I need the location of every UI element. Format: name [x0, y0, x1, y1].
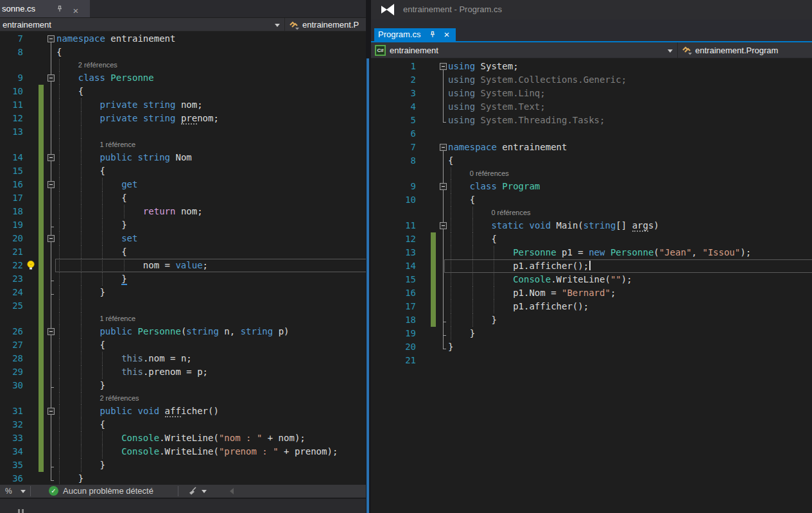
- code-line[interactable]: 8{: [0, 46, 366, 59]
- code-line[interactable]: 16 p1.Nom = "Bernard";: [371, 286, 812, 300]
- code-line[interactable]: 10 {: [371, 193, 812, 207]
- code-line[interactable]: 1using System;: [371, 60, 812, 73]
- code-line[interactable]: 9 class Program: [371, 180, 812, 193]
- codelens-row[interactable]: 2 références: [0, 59, 366, 71]
- code-text: }: [56, 458, 105, 472]
- fold-toggle-icon[interactable]: [48, 35, 55, 42]
- code-line[interactable]: 20 set: [0, 232, 366, 245]
- code-line[interactable]: 24 }: [0, 286, 366, 299]
- code-line[interactable]: 22 nom = value;: [0, 259, 366, 272]
- code-line[interactable]: 15 Console.WriteLine("");: [371, 273, 812, 286]
- code-line[interactable]: 5using System.Threading.Tasks;: [371, 114, 812, 127]
- code-line[interactable]: 13: [0, 125, 366, 139]
- code-line[interactable]: 11 static void Main(string[] args): [371, 219, 812, 232]
- codelens-row[interactable]: 2 références: [0, 392, 366, 404]
- code-editor-personne[interactable]: 7namespace entrainement8{2 références9 c…: [0, 31, 366, 485]
- code-line[interactable]: 6: [371, 127, 812, 141]
- codelens-references-link[interactable]: 2 références: [78, 59, 117, 71]
- code-line[interactable]: 29 this.prenom = p;: [0, 365, 366, 379]
- code-line[interactable]: 9 class Personne: [0, 71, 366, 85]
- code-line[interactable]: 20}: [371, 340, 812, 354]
- code-line[interactable]: 28 this.nom = n;: [0, 352, 366, 365]
- code-text: {: [56, 245, 127, 259]
- fold-toggle-icon[interactable]: [48, 235, 55, 242]
- code-line[interactable]: 17 p1.afficher();: [371, 300, 812, 313]
- codelens-references-link[interactable]: 0 références: [491, 207, 530, 219]
- code-line[interactable]: 31 public void afficher(): [0, 404, 366, 418]
- code-line[interactable]: 14 public string Nom: [0, 151, 366, 164]
- code-line[interactable]: 19 }: [0, 218, 366, 232]
- change-bar: [39, 392, 44, 404]
- code-cleanup-broom-icon[interactable]: [187, 487, 198, 496]
- csharp-project-icon: C#: [375, 45, 386, 56]
- project-dropdown-label: entrainement: [390, 44, 438, 57]
- code-editor-program[interactable]: 1using System;2using System.Collections.…: [371, 58, 812, 513]
- pin-icon[interactable]: [428, 30, 437, 39]
- code-line[interactable]: 33 Console.WriteLine("nom : " + nom);: [0, 431, 366, 445]
- codelens-row[interactable]: 1 référence: [0, 313, 366, 325]
- code-line[interactable]: 21: [371, 354, 812, 367]
- code-line[interactable]: 36 }: [0, 472, 366, 485]
- code-line[interactable]: 12 {: [371, 232, 812, 246]
- zoom-control[interactable]: %: [0, 485, 30, 498]
- code-text: get: [56, 178, 137, 191]
- code-line[interactable]: 7namespace entrainement: [371, 141, 812, 154]
- change-bar: [39, 431, 44, 445]
- code-line[interactable]: 11 private string nom;: [0, 98, 366, 112]
- code-line[interactable]: 26 public Personne(string n, string p): [0, 325, 366, 338]
- codelens-row[interactable]: 0 références: [371, 207, 812, 219]
- window-title-bar[interactable]: entrainement - Program.cs: [371, 0, 812, 19]
- codelens-references-link[interactable]: 2 références: [99, 392, 139, 404]
- change-bar: [39, 85, 44, 98]
- fold-toggle-icon[interactable]: [440, 222, 447, 229]
- tab-personne-cs[interactable]: sonne.cs ×: [0, 0, 90, 17]
- chevron-down-icon[interactable]: [202, 490, 207, 493]
- indent-guide: [59, 392, 60, 404]
- codelens-references-link[interactable]: 0 références: [470, 168, 509, 180]
- code-line[interactable]: 7namespace entrainement: [0, 32, 366, 46]
- fold-toggle-icon[interactable]: [440, 63, 447, 70]
- code-line[interactable]: 4using System.Text;: [371, 100, 812, 114]
- fold-toggle-icon[interactable]: [440, 183, 447, 190]
- codelens-row[interactable]: 0 références: [371, 168, 812, 180]
- code-line[interactable]: 18 return nom;: [0, 205, 366, 218]
- code-line[interactable]: 19 }: [371, 327, 812, 340]
- code-line[interactable]: 23 }: [0, 272, 366, 286]
- close-icon[interactable]: ×: [71, 2, 80, 19]
- fold-toggle-icon[interactable]: [48, 328, 55, 335]
- pin-icon[interactable]: [55, 4, 64, 13]
- code-line[interactable]: 16 get: [0, 178, 366, 191]
- code-line[interactable]: 2using System.Collections.Generic;: [371, 73, 812, 87]
- code-line[interactable]: 13 Personne p1 = new Personne("Jean", "I…: [371, 246, 812, 259]
- code-line[interactable]: 27 {: [0, 338, 366, 352]
- status-message[interactable]: Aucun problème détecté: [63, 485, 153, 498]
- code-line[interactable]: 30 }: [0, 379, 366, 392]
- outline-corner: [443, 122, 446, 123]
- codelens-references-link[interactable]: 1 référence: [99, 139, 135, 151]
- code-line[interactable]: 21 {: [0, 245, 366, 259]
- fold-toggle-icon[interactable]: [440, 144, 447, 151]
- code-line[interactable]: 8{: [371, 154, 812, 168]
- codelens-references-link[interactable]: 1 référence: [99, 313, 135, 325]
- code-line[interactable]: 35 }: [0, 458, 366, 472]
- code-line[interactable]: 34 Console.WriteLine("prenom : " + preno…: [0, 445, 366, 458]
- scroll-left-icon[interactable]: [230, 488, 234, 494]
- code-line[interactable]: 25: [0, 299, 366, 313]
- code-line[interactable]: 17 {: [0, 191, 366, 205]
- codelens-row[interactable]: 1 référence: [0, 139, 366, 151]
- code-line[interactable]: 3using System.Linq;: [371, 87, 812, 100]
- divider: [284, 18, 285, 31]
- code-line[interactable]: 14 p1.afficher();: [371, 259, 812, 273]
- fold-toggle-icon[interactable]: [48, 181, 55, 188]
- fold-toggle-icon[interactable]: [48, 74, 55, 82]
- code-line[interactable]: 10 {: [0, 85, 366, 98]
- tab-program-cs[interactable]: Program.cs ×: [374, 28, 456, 41]
- fold-toggle-icon[interactable]: [48, 408, 55, 415]
- outline-corner: [51, 281, 54, 281]
- code-line[interactable]: 12 private string prenom;: [0, 112, 366, 125]
- fold-toggle-icon[interactable]: [48, 154, 55, 161]
- code-line[interactable]: 15 {: [0, 164, 366, 178]
- code-line[interactable]: 18 }: [371, 313, 812, 327]
- close-icon[interactable]: ×: [442, 28, 451, 41]
- code-line[interactable]: 32 {: [0, 418, 366, 431]
